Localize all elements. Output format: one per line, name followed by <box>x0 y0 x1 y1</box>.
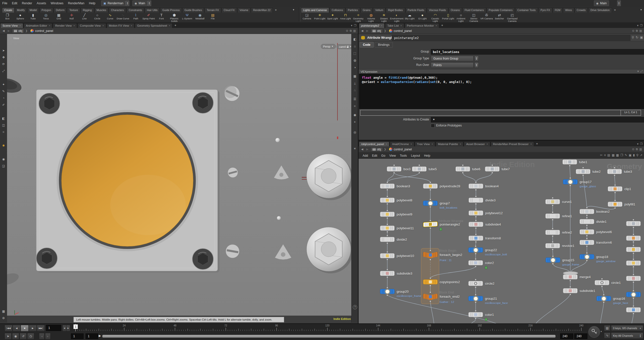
persp-selector[interactable]: Persp ▼ <box>321 44 336 49</box>
shelf-tab-pyro-fx[interactable]: Pyro FX <box>538 8 552 13</box>
tab-renderman-preset-browser[interactable]: RenderMan Preset Browser× <box>491 142 534 146</box>
shelf-tool-switcher[interactable]: ⇄Switcher <box>493 13 506 20</box>
shelf-tool-stereo-camera[interactable]: ◫Stereo Camera <box>467 13 480 22</box>
node-group17[interactable]: group17gauge_glass <box>563 179 578 184</box>
rotate-icon[interactable]: ⟳ <box>1 61 6 67</box>
close-tab-icon[interactable]: × <box>20 24 21 27</box>
sculpt-icon[interactable]: ◔ <box>1 95 6 101</box>
shelf-tab-terrain-fx[interactable]: Terrain FX <box>204 8 221 13</box>
tab-render-view[interactable]: Render View× <box>53 23 77 28</box>
pane-maximize-icon[interactable]: ❐ <box>354 24 356 27</box>
shelf-tool-caustic-light[interactable]: ◠Caustic Light <box>429 13 442 22</box>
keys-channels-button[interactable]: 0 keys, 0/0 channels▲ <box>611 325 643 331</box>
next-key-icon[interactable]: ▶ <box>45 333 51 339</box>
network-menu-go[interactable]: Go <box>379 153 387 159</box>
add-shelf-tab-button[interactable]: + <box>612 8 618 13</box>
viewport-view-menu[interactable]: ⊞ View <box>10 36 19 40</box>
range-end-field[interactable]: 240 <box>560 333 573 339</box>
language-menu-icon[interactable]: ▾ <box>637 70 639 73</box>
node-foreach-end2[interactable]: foreach_end2Gather : 12 <box>423 293 438 300</box>
node-polybevel11[interactable]: polybevel11 <box>380 226 395 231</box>
node-circle2[interactable]: circle2 <box>468 281 483 286</box>
shelf-tool-box[interactable]: ❒Box <box>1 13 14 20</box>
points-icon[interactable]: ∴ <box>352 88 358 93</box>
main-desktop-spinner[interactable]: ▲▼ <box>147 1 151 6</box>
shelf-tool-ambient-light[interactable]: ○Ambient Light <box>454 13 467 22</box>
tab-asset-browser[interactable]: Asset Browser× <box>464 142 490 146</box>
node-tube1[interactable]: tube1 <box>562 159 577 164</box>
key-all-channels-dropdown[interactable]: Key All Channels▲▼ <box>611 332 643 339</box>
node-divide1[interactable]: divide1 <box>580 219 594 224</box>
timeline-ruler[interactable]: 24487296120144168192216240 <box>0 324 589 331</box>
node-tube2[interactable]: tube2 <box>576 169 590 174</box>
desktop-spinner[interactable]: ▲▼ <box>126 1 129 6</box>
tab-tree-view[interactable]: Tree View× <box>415 142 435 146</box>
playback-range-slider[interactable] <box>102 335 556 338</box>
subtab-bindings[interactable]: Bindings <box>375 42 393 48</box>
close-tab-icon[interactable]: × <box>531 143 532 145</box>
keys-sheet-icon[interactable]: ▤ <box>604 325 611 331</box>
node-edge-en7[interactable] <box>626 307 641 312</box>
node-copytopoints2[interactable]: copytopoints2 <box>423 279 438 284</box>
range-end2-field[interactable]: 240 <box>574 333 587 339</box>
key-options-icon[interactable]: ▼ <box>600 330 602 333</box>
playhead-marker[interactable]: 1 <box>73 324 78 329</box>
shelf-tool-font[interactable]: TFont <box>155 13 168 20</box>
shelf-tab-guide-process[interactable]: Guide Process <box>160 8 182 13</box>
shelf-tab-populate-containers[interactable]: Populate Containers <box>486 8 515 13</box>
set-key-button[interactable] <box>588 326 600 338</box>
node-group16[interactable]: group16gauge_face <box>596 296 611 301</box>
shelf-tab-lights-and-cameras[interactable]: Lights and Cameras <box>301 8 329 13</box>
node-color1[interactable]: color1 <box>468 312 483 317</box>
realtime-clock-icon[interactable]: ◷ <box>27 333 34 339</box>
close-tab-icon[interactable]: × <box>49 24 50 27</box>
network-canvas[interactable]: Indie EditionGeometryAttribute WrangleBl… <box>359 159 644 323</box>
node-merge4[interactable]: merge4 <box>563 274 578 279</box>
forward-icon[interactable]: ▶ <box>365 148 369 151</box>
close-tab-icon[interactable]: × <box>169 24 170 27</box>
forward-icon[interactable]: ▶ <box>7 29 11 32</box>
new-tab-button[interactable]: + <box>534 142 540 146</box>
grid-icon[interactable]: ▩ <box>616 153 619 157</box>
node-polybevel6[interactable]: polybevel6 <box>580 229 594 234</box>
node-refine1[interactable]: refine1 <box>545 214 560 219</box>
keyframe-pointer-icon[interactable]: ➤ <box>5 333 12 339</box>
node-subdivide3[interactable]: subdivide3 <box>380 271 395 276</box>
network-menu-tools[interactable]: Tools <box>398 153 409 159</box>
view-cam-icon[interactable]: ◉ <box>352 112 358 118</box>
shelf-tool-gamepad-camera[interactable]: ◰Gamepad Camera <box>506 13 519 22</box>
close-tab-icon[interactable]: × <box>102 24 104 27</box>
channel-scope-icon[interactable]: ∿ <box>604 332 611 338</box>
normals-icon[interactable]: ⍊ <box>352 80 358 86</box>
shelf-tool-curve[interactable]: ∿Curve <box>104 13 117 20</box>
tab-mat-chrome[interactable]: /mat/Chrome× <box>390 142 414 146</box>
shelf-tab-hair-utils[interactable]: Hair Utils <box>144 8 160 13</box>
back-icon[interactable]: ◀ <box>360 148 364 151</box>
node-refine2[interactable]: refine2 <box>545 230 560 235</box>
pane-maximize-icon[interactable]: ❐ <box>640 24 642 27</box>
breadcrumb-root[interactable]: obj <box>12 29 24 33</box>
layout-icon[interactable]: ▥ <box>639 29 642 32</box>
palette-icon[interactable]: ▦ <box>612 153 615 157</box>
close-tab-icon[interactable]: × <box>381 24 382 27</box>
mirror-icon[interactable]: ◫ <box>1 122 6 128</box>
back-icon[interactable]: ◀ <box>2 29 6 32</box>
close-tab-icon[interactable]: × <box>487 143 488 145</box>
camera-tool-icon[interactable]: ◲ <box>1 163 6 169</box>
run-over-dropdown[interactable]: Points <box>431 62 474 68</box>
close-tab-icon[interactable]: × <box>460 143 461 145</box>
shelf-tab-collisions[interactable]: Collisions <box>329 8 345 13</box>
layout-single-icon[interactable]: ◧ <box>352 36 358 42</box>
help-circle-icon[interactable]: ? <box>353 305 357 309</box>
image-icon[interactable]: ▣ <box>629 153 631 157</box>
pane-menu-icon[interactable]: ▾ <box>351 24 353 27</box>
wireframe-icon[interactable]: ▦ <box>352 73 358 79</box>
list-icon[interactable]: ▤ <box>607 153 610 157</box>
shelf-tool-point-light[interactable]: ✳Point Light <box>313 13 326 20</box>
shelf-overflow-right-icon[interactable]: ▼ <box>640 9 642 11</box>
pose-icon[interactable]: ✦ <box>1 82 6 87</box>
node-tube5[interactable]: tube5 <box>412 166 427 172</box>
breadcrumb-root[interactable]: obj <box>370 29 383 33</box>
display-icon[interactable]: ▦ <box>1 309 6 314</box>
lock-params-icon[interactable]: ▣ <box>640 35 643 39</box>
